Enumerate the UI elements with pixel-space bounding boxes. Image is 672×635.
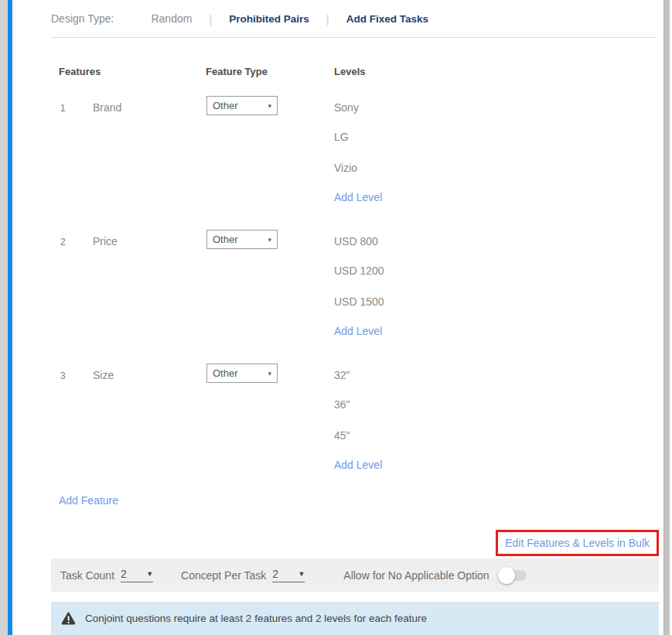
column-header-feature-type: Feature Type bbox=[206, 66, 334, 77]
column-header-features: Features bbox=[51, 66, 206, 77]
concept-per-task-dropdown[interactable]: 2 ▼ bbox=[272, 568, 305, 582]
level-item[interactable]: USD 1200 bbox=[334, 255, 659, 286]
level-item[interactable]: Sony bbox=[334, 96, 659, 121]
feature-index: 2 bbox=[51, 230, 93, 345]
add-level-link[interactable]: Add Level bbox=[334, 451, 659, 479]
task-count-label: Task Count bbox=[60, 569, 114, 582]
task-count-dropdown[interactable]: 2 ▼ bbox=[121, 568, 153, 582]
warning-banner: Conjoint questions require at least 2 fe… bbox=[51, 602, 659, 635]
feature-type-selected-value: Other bbox=[213, 234, 238, 245]
conjoint-design-panel: Design Type: Random | Prohibited Pairs |… bbox=[0, 0, 672, 635]
feature-type-selected-value: Other bbox=[213, 367, 238, 379]
column-header-levels: Levels bbox=[334, 66, 659, 77]
add-level-link[interactable]: Add Level bbox=[334, 183, 659, 211]
no-applicable-option-label: Allow for No Applicable Option bbox=[343, 569, 489, 582]
feature-name[interactable]: Brand bbox=[93, 96, 206, 211]
no-applicable-option-toggle[interactable] bbox=[500, 570, 527, 581]
feature-name[interactable]: Size bbox=[93, 364, 206, 479]
design-type-row: Design Type: Random | Prohibited Pairs |… bbox=[51, 0, 659, 37]
feature-type-select[interactable]: Other ▾ bbox=[206, 230, 278, 249]
feature-type-select[interactable]: Other ▾ bbox=[206, 364, 278, 383]
toggle-knob bbox=[498, 567, 515, 584]
level-item[interactable]: USD 800 bbox=[334, 230, 659, 255]
edit-features-levels-bulk-link[interactable]: Edit Features & Levels in Bulk bbox=[505, 537, 650, 549]
feature-row-price: 2 Price Other ▾ USD 800 USD 1200 USD 150… bbox=[51, 230, 659, 345]
level-item[interactable]: 45" bbox=[334, 420, 659, 451]
chevron-down-icon: ▾ bbox=[268, 236, 271, 244]
feature-row-brand: 1 Brand Other ▾ Sony LG Vizio Add Level bbox=[51, 96, 659, 211]
level-item[interactable]: Vizio bbox=[334, 152, 659, 183]
chevron-down-icon: ▼ bbox=[298, 570, 305, 578]
feature-type-select[interactable]: Other ▾ bbox=[206, 96, 278, 115]
levels-list: USD 800 USD 1200 USD 1500 Add Level bbox=[334, 230, 659, 345]
design-type-option-prohibited-pairs[interactable]: Prohibited Pairs bbox=[229, 13, 309, 25]
feature-index: 1 bbox=[51, 96, 93, 211]
level-item[interactable]: LG bbox=[334, 121, 659, 152]
design-type-option-add-fixed-tasks[interactable]: Add Fixed Tasks bbox=[346, 13, 428, 25]
features-table-header: Features Feature Type Levels bbox=[51, 66, 659, 77]
level-item[interactable]: 32" bbox=[334, 364, 659, 389]
warning-triangle-icon bbox=[61, 612, 76, 625]
settings-bar: Task Count 2 ▼ Concept Per Task 2 ▼ Allo… bbox=[51, 558, 659, 592]
level-item[interactable]: 36" bbox=[334, 389, 659, 420]
chevron-down-icon: ▼ bbox=[146, 570, 153, 578]
concept-per-task-label: Concept Per Task bbox=[181, 569, 266, 582]
warning-text: Conjoint questions require at least 2 fe… bbox=[85, 613, 427, 624]
add-feature-link[interactable]: Add Feature bbox=[59, 494, 118, 507]
section-divider bbox=[51, 37, 657, 38]
annotation-highlight-box: Edit Features & Levels in Bulk bbox=[496, 530, 659, 556]
feature-row-size: 3 Size Other ▾ 32" 36" 45" Add Level bbox=[51, 364, 659, 479]
left-gutter bbox=[0, 0, 8, 635]
feature-index: 3 bbox=[51, 364, 93, 479]
concept-per-task-value: 2 bbox=[272, 568, 278, 580]
option-separator: | bbox=[326, 12, 329, 26]
vertical-scrollbar[interactable] bbox=[663, 0, 670, 635]
chevron-down-icon: ▾ bbox=[268, 102, 271, 110]
design-type-option-random[interactable]: Random bbox=[151, 12, 192, 25]
level-item[interactable]: USD 1500 bbox=[334, 286, 659, 317]
add-level-link[interactable]: Add Level bbox=[334, 317, 659, 345]
feature-name[interactable]: Price bbox=[93, 230, 206, 345]
levels-list: 32" 36" 45" Add Level bbox=[334, 364, 659, 479]
levels-list: Sony LG Vizio Add Level bbox=[334, 96, 659, 211]
task-count-value: 2 bbox=[121, 568, 127, 580]
option-separator: | bbox=[209, 12, 212, 26]
chevron-down-icon: ▾ bbox=[268, 370, 271, 377]
design-type-label: Design Type: bbox=[51, 12, 114, 25]
feature-type-selected-value: Other bbox=[213, 100, 238, 111]
